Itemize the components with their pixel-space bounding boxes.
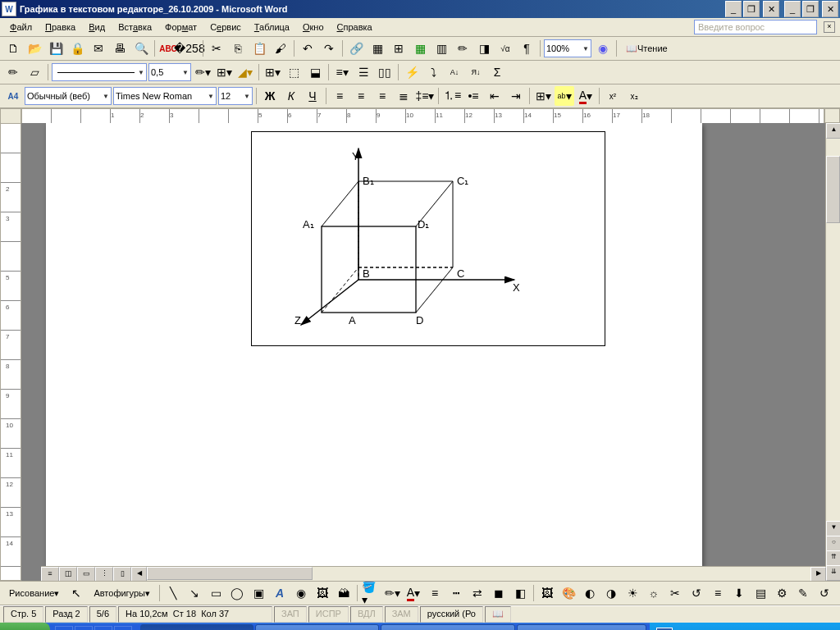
line-spacing-icon[interactable]: ‡≡▾ xyxy=(415,86,435,106)
shading-icon[interactable]: ◢▾ xyxy=(235,62,255,82)
color-icon[interactable]: 🎨 xyxy=(559,583,578,603)
font-size-dropdown[interactable]: 12▼ xyxy=(218,87,253,105)
outside-border-icon[interactable]: ⊞▾ xyxy=(533,86,553,106)
autosum-icon[interactable]: Σ xyxy=(487,62,507,82)
distribute-cols-icon[interactable]: ▯▯ xyxy=(375,62,395,82)
copy-icon[interactable]: ⎘ xyxy=(228,39,248,58)
borders-icon[interactable]: ⊞▾ xyxy=(214,62,234,82)
more-bright-icon[interactable]: ☀ xyxy=(623,583,642,603)
shadow-icon[interactable]: ◼ xyxy=(489,583,509,603)
scroll-left-icon[interactable]: ◀ xyxy=(131,567,147,581)
print-preview-icon[interactable]: 🔍 xyxy=(131,39,151,58)
align-justify-icon[interactable]: ≣ xyxy=(394,86,413,106)
research-icon[interactable]: �258 xyxy=(180,39,199,58)
dash-style-icon[interactable]: ┅ xyxy=(446,583,466,603)
view-print-icon[interactable]: ▭ xyxy=(77,567,95,581)
next-page-icon[interactable]: ⇊ xyxy=(826,565,840,581)
start-button[interactable]: ⊞Пуск xyxy=(0,623,50,630)
transparent-icon[interactable]: ✎ xyxy=(793,583,813,603)
minimize-button[interactable]: _ xyxy=(725,1,742,17)
line-weight-dropdown[interactable]: 0,5▼ xyxy=(148,63,191,81)
drawing-menu[interactable]: Рисование ▾ xyxy=(3,583,65,603)
underline-icon[interactable]: Ч xyxy=(303,86,322,106)
rotate-left-icon[interactable]: ↺ xyxy=(687,583,706,603)
close-button[interactable]: ✕ xyxy=(763,1,779,17)
reading-button[interactable]: 📖 Чтение xyxy=(620,39,673,58)
undo-icon[interactable]: ↶ xyxy=(298,39,317,58)
quicklaunch-icon[interactable]: 🖥 xyxy=(94,626,112,630)
menu-tools[interactable]: Сервис xyxy=(203,20,248,34)
decrease-indent-icon[interactable]: ⇤ xyxy=(485,86,504,106)
doc-minimize-button[interactable]: _ xyxy=(784,1,801,17)
status-ovr[interactable]: ЗАМ xyxy=(385,606,418,623)
3d-icon[interactable]: ◧ xyxy=(510,583,530,603)
quicklaunch-icon[interactable]: ✉ xyxy=(75,626,93,630)
scrollbar-vertical[interactable]: ▲ ▼ ○ ⇈ ⇊ xyxy=(825,123,840,581)
task-button[interactable]: WГрафика в текстово... xyxy=(140,624,253,630)
menu-window[interactable]: Окно xyxy=(296,20,331,34)
compress-icon[interactable]: ⬇ xyxy=(729,583,749,603)
equation-icon[interactable]: √α xyxy=(495,39,515,58)
status-ext[interactable]: ВДЛ xyxy=(350,606,383,623)
ruler-horizontal[interactable]: 123 567 8910 111213 141516 1718 xyxy=(21,108,824,125)
doc-close-button[interactable]: ✕ xyxy=(822,1,838,17)
scroll-down-icon[interactable]: ▼ xyxy=(826,521,840,536)
format-object-icon[interactable]: ⚙ xyxy=(772,583,792,603)
status-trk[interactable]: ИСПР xyxy=(308,606,349,623)
help-icon[interactable]: ◉ xyxy=(593,39,613,58)
arrow-icon[interactable]: ↘ xyxy=(185,583,204,603)
scrollbar-horizontal[interactable]: ≡ ◫ ▭ ⋮ ▯ ◀ ▶ xyxy=(41,566,826,581)
arrow-style-icon[interactable]: ⇄ xyxy=(468,583,487,603)
oval-icon[interactable]: ◯ xyxy=(227,583,247,603)
quicklaunch-icon[interactable]: 🗔 xyxy=(114,626,132,630)
highlight-icon[interactable]: ab▾ xyxy=(555,86,574,106)
paste-icon[interactable]: 📋 xyxy=(249,39,269,58)
scroll-thumb-v[interactable] xyxy=(826,156,840,223)
superscript-icon[interactable]: x² xyxy=(603,86,623,106)
align-cell-icon[interactable]: ≡▾ xyxy=(332,62,352,82)
line-icon[interactable]: ╲ xyxy=(163,583,183,603)
autoformat-icon[interactable]: ⚡ xyxy=(402,62,422,82)
style-dropdown[interactable]: Обычный (веб)▼ xyxy=(25,87,112,105)
scroll-right-icon[interactable]: ▶ xyxy=(810,567,826,581)
scroll-thumb-h[interactable] xyxy=(147,567,313,580)
textbox-icon[interactable]: ▣ xyxy=(249,583,268,603)
menu-file[interactable]: Файл xyxy=(3,20,39,34)
crop-icon[interactable]: ✂ xyxy=(665,583,685,603)
redo-icon[interactable]: ↷ xyxy=(319,39,339,58)
more-contrast-icon[interactable]: ◐ xyxy=(580,583,600,603)
menu-format[interactable]: Формат xyxy=(158,20,203,34)
columns-icon[interactable]: ▥ xyxy=(431,39,451,58)
tables-borders-icon[interactable]: ▦ xyxy=(368,39,387,58)
insert-table2-icon[interactable]: ⊞▾ xyxy=(262,62,282,82)
select-objects-icon[interactable]: ↖ xyxy=(66,583,86,603)
merge-cells-icon[interactable]: ⬚ xyxy=(284,62,304,82)
menu-help[interactable]: Справка xyxy=(331,20,379,34)
doc-restore-button[interactable]: ❐ xyxy=(802,1,819,17)
menubar-close-icon[interactable]: × xyxy=(824,21,835,33)
show-marks-icon[interactable]: ¶ xyxy=(517,39,536,58)
view-reading-icon[interactable]: ▯ xyxy=(113,567,131,581)
permissions-icon[interactable]: 🔒 xyxy=(67,39,87,58)
prev-page-icon[interactable]: ⇈ xyxy=(826,550,840,566)
styles-pane-icon[interactable]: A4 xyxy=(3,86,23,106)
insert-pic-icon[interactable]: 🖼 xyxy=(537,583,557,603)
restore-button[interactable]: ❐ xyxy=(743,1,760,17)
task-button[interactable]: 📁ОТКРЫТЫЕ УРОКИ к ат... xyxy=(381,624,515,630)
menu-insert[interactable]: Вставка xyxy=(112,20,158,34)
cut-icon[interactable]: ✂ xyxy=(207,39,226,58)
font-dropdown[interactable]: Times New Roman▼ xyxy=(113,87,217,105)
task-button[interactable]: @Mail.Ru Агент (2 вкладки) xyxy=(517,624,646,630)
browse-object-icon[interactable]: ○ xyxy=(826,536,840,551)
numbering-icon[interactable]: ⒈≡ xyxy=(442,86,462,106)
status-spellcheck-icon[interactable]: 📖 xyxy=(485,606,511,623)
fill-color-icon[interactable]: 🪣▾ xyxy=(361,583,381,603)
line-style2-icon[interactable]: ≡ xyxy=(708,583,728,603)
sort-desc-icon[interactable]: Я↓ xyxy=(466,62,486,82)
line-color-icon[interactable]: ✏▾ xyxy=(382,583,402,603)
distribute-rows-icon[interactable]: ☰ xyxy=(354,62,373,82)
subscript-icon[interactable]: x₂ xyxy=(624,86,644,106)
eraser-icon[interactable]: ▱ xyxy=(25,62,44,82)
view-web-icon[interactable]: ◫ xyxy=(59,567,77,581)
border-color-icon[interactable]: ✏▾ xyxy=(193,62,212,82)
